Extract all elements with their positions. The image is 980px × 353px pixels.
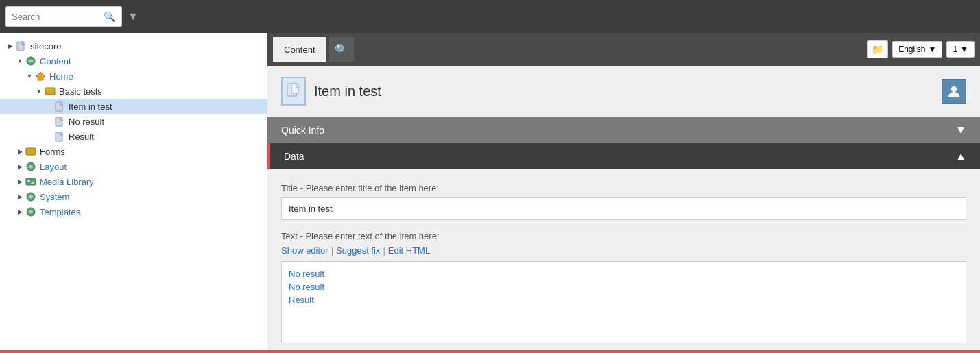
item-title: Item in test (314, 84, 381, 99)
person-icon-button[interactable] (942, 79, 966, 104)
language-label: English (898, 45, 925, 54)
sidebar-item-layout[interactable]: ▶Layout (0, 159, 267, 174)
tree-icon-templates (25, 206, 37, 218)
search-icon[interactable]: 🔍 (104, 11, 115, 22)
tree-toggle-sitecore[interactable]: ▶ (5, 41, 15, 51)
sidebar-item-sitecore[interactable]: ▶sitecore (0, 38, 267, 53)
search-dropdown-button[interactable]: ▼ (125, 8, 141, 25)
tree-label-item-in-test: Item in test (69, 101, 112, 112)
tree-toggle-forms[interactable]: ▶ (15, 147, 25, 156)
tree-toggle-home[interactable]: ▼ (25, 71, 34, 81)
svg-point-16 (951, 86, 957, 92)
sidebar-item-templates[interactable]: ▶Templates (0, 204, 267, 219)
tree-toggle-media-library[interactable]: ▶ (15, 177, 25, 186)
tree-toggle-no-result (44, 117, 53, 126)
tree-label-forms: Forms (40, 147, 65, 157)
text-field-label: Text - Please enter text of the item her… (281, 231, 966, 241)
tree-label-system: System (40, 192, 69, 202)
tree-label-layout: Layout (40, 162, 67, 172)
folder-button[interactable]: 📁 (867, 40, 888, 58)
tree-icon-layout (25, 160, 37, 173)
version-label: 1 (953, 45, 957, 54)
quick-info-chevron: ▼ (955, 124, 966, 136)
item-header: Item in test (267, 66, 980, 117)
tree-label-result: Result (69, 132, 94, 142)
tree-toggle-item-in-test (44, 101, 53, 111)
tree-icon-sitecore (15, 40, 27, 52)
top-bar: 🔍 ▼ (0, 0, 980, 33)
sidebar-item-media-library[interactable]: ▶Media Library (0, 174, 267, 189)
language-dropdown-icon: ▼ (929, 45, 937, 54)
tree-icon-system (25, 191, 37, 203)
svg-point-10 (27, 180, 30, 182)
tabs-left: Content 🔍 (273, 37, 354, 62)
tree-icon-result (53, 130, 66, 143)
svg-rect-6 (56, 132, 62, 141)
item-header-left: Item in test (281, 77, 381, 106)
text-editor-area[interactable]: No resultNo resultResult (281, 261, 966, 343)
tree-toggle-layout[interactable]: ▶ (15, 162, 25, 171)
sidebar-item-no-result[interactable]: No result (0, 114, 267, 129)
title-field-label: Title - Please enter title of the item h… (281, 183, 966, 193)
sidebar-item-home[interactable]: ▼Home (0, 69, 267, 84)
tree-label-content: Content (40, 56, 71, 66)
svg-rect-5 (56, 117, 62, 126)
svg-rect-7 (26, 148, 36, 155)
svg-marker-2 (36, 72, 45, 80)
item-icon (281, 77, 306, 106)
svg-rect-0 (17, 42, 24, 51)
sidebar-item-item-in-test[interactable]: Item in test (0, 99, 267, 114)
tree-toggle-result (44, 132, 53, 141)
sidebar-item-basic-tests[interactable]: ▼Basic tests (0, 84, 267, 99)
title-field-input[interactable] (281, 197, 966, 220)
language-button[interactable]: English ▼ (892, 41, 942, 58)
tree-icon-item-in-test (53, 100, 66, 112)
sidebar-item-result[interactable]: Result (0, 129, 267, 144)
search-box[interactable]: 🔍 (5, 6, 122, 27)
svg-rect-4 (56, 102, 62, 111)
quick-info-header[interactable]: Quick Info ▼ (267, 117, 980, 143)
sidebar-item-forms[interactable]: ▶Forms (0, 144, 267, 159)
version-dropdown-icon: ▼ (960, 45, 968, 54)
tab-content[interactable]: Content (273, 37, 326, 62)
tree-icon-content (25, 55, 37, 67)
text-link-0[interactable]: No result (289, 269, 959, 279)
suggest-fix-link[interactable]: Suggest fix (336, 245, 380, 256)
tree-icon-no-result (53, 115, 66, 127)
content-tabs: Content 🔍 📁 English ▼ 1 ▼ (267, 33, 980, 66)
tree-icon-forms (25, 145, 37, 158)
svg-rect-3 (45, 88, 55, 95)
edit-html-link[interactable]: Edit HTML (388, 245, 430, 256)
main-layout: ▶sitecore▼Content▼Home▼Basic testsItem i… (0, 33, 980, 350)
tree-label-basic-tests: Basic tests (59, 86, 102, 97)
content-area: Content 🔍 📁 English ▼ 1 ▼ (267, 33, 980, 350)
sidebar-item-system[interactable]: ▶System (0, 189, 267, 204)
tree-toggle-system[interactable]: ▶ (15, 192, 25, 202)
tree-label-media-library: Media Library (40, 177, 94, 187)
text-link-1[interactable]: No result (289, 282, 959, 292)
sidebar-item-content[interactable]: ▼Content (0, 53, 267, 69)
search-input[interactable] (12, 12, 101, 22)
tree-toggle-basic-tests[interactable]: ▼ (34, 86, 44, 96)
bottom-bar (0, 350, 980, 353)
text-actions: Show editor | Suggest fix | Edit HTML (281, 245, 966, 256)
tree-toggle-templates[interactable]: ▶ (15, 207, 25, 217)
tree-label-sitecore: sitecore (30, 41, 62, 51)
tab-search-button[interactable]: 🔍 (329, 37, 354, 62)
data-section-chevron: ▲ (955, 150, 966, 162)
form-content: Title - Please enter title of the item h… (267, 169, 980, 350)
tree-label-templates: Templates (40, 207, 80, 217)
tree-icon-basic-tests (44, 85, 56, 97)
sep-2: | (383, 245, 385, 256)
sep-1: | (331, 245, 333, 256)
tree-icon-media-library (25, 175, 37, 188)
text-link-2[interactable]: Result (289, 295, 959, 305)
tree-label-no-result: No result (69, 117, 104, 127)
quick-info-label: Quick Info (281, 125, 324, 136)
version-button[interactable]: 1 ▼ (946, 41, 975, 58)
tree-icon-home (34, 70, 47, 82)
data-section-header[interactable]: Data ▲ (267, 143, 980, 169)
show-editor-link[interactable]: Show editor (281, 245, 328, 256)
sidebar: ▶sitecore▼Content▼Home▼Basic testsItem i… (0, 33, 267, 350)
tree-toggle-content[interactable]: ▼ (15, 56, 25, 66)
